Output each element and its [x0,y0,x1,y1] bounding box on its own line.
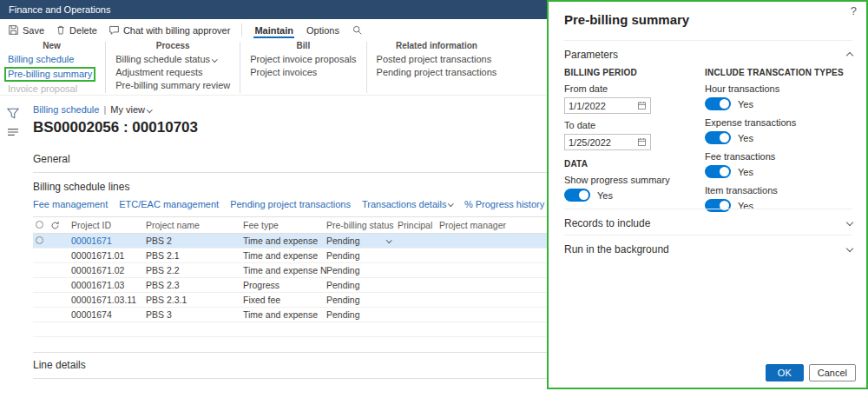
pending-project-transactions-link[interactable]: Pending project transactions [230,199,351,209]
project-id-cell: 00001671.02 [71,265,146,275]
breadcrumb: Billing schedule | My view [33,104,547,115]
show-progress-summary-label: Show progress summary [564,175,701,186]
to-date-label: To date [564,120,701,131]
item-transactions-label: Item transactions [705,185,858,196]
records-to-include-section-toggle[interactable]: Records to include [564,209,852,229]
col-project-name[interactable]: Project name [146,220,243,230]
grid-header: Project ID Project name Fee type Pre-bil… [33,217,547,234]
col-principal[interactable]: Principal [398,220,439,230]
table-row[interactable]: 00001671.02 PBS 2.2 Time and expense NTE… [33,263,547,278]
hour-transactions-toggle[interactable] [705,97,731,110]
view-selector[interactable]: My view [110,104,151,115]
menu-icon[interactable] [7,127,21,141]
fee-transactions-toggle[interactable] [705,165,731,178]
transaction-types-column: INCLUDE TRANSCATION TYPES Hour transacti… [705,68,858,219]
chevron-down-icon [147,107,152,112]
from-date-label: From date [564,83,701,95]
action-posted-project-transactions[interactable]: Posted project transactions [377,54,492,65]
action-pre-billing-summary-review[interactable]: Pre-billing summary review [115,80,230,91]
fee-type-cell: Time and expense [243,235,326,246]
row-select-circle[interactable] [33,235,50,246]
table-row[interactable]: 00001671.03.11 PBS 2.3.1 Fixed fee Pendi… [33,293,547,308]
calendar-icon[interactable] [637,137,647,147]
section-general[interactable]: General [33,147,547,173]
empty-row [33,322,547,337]
col-fee-type[interactable]: Fee type [243,220,326,230]
project-name-cell: PBS 2.2 [146,265,243,275]
section-line-details[interactable]: Line details [33,352,547,379]
fee-type-cell: Time and expense [243,309,326,320]
tab-maintain[interactable]: Maintain [253,23,294,38]
col-project-manager[interactable]: Project manager [439,220,547,230]
action-group-process: Process Billing schedule status Adjustme… [106,41,240,94]
toggle-value: Yes [738,99,753,109]
to-date-value: 1/25/2022 [569,137,611,148]
delete-button[interactable]: Delete [56,24,97,36]
project-id-link[interactable]: 00001671 [71,235,146,246]
pre-billing-status-cell: Pending [326,250,398,261]
pre-billing-status-dropdown[interactable]: Pending [326,235,398,246]
command-bar-divider [241,23,242,36]
main-content: Billing schedule | My view BS00002056 : … [33,104,547,379]
etc-eac-management-link[interactable]: ETC/EAC management [119,199,219,209]
pre-billing-status-cell: Pending [326,265,398,275]
action-project-invoice-proposals[interactable]: Project invoice proposals [250,54,356,65]
chat-with-billing-approver-button[interactable]: Chat with billing approver [108,24,231,36]
action-group-new: New Billing schedule Pre-billing summary… [8,41,105,94]
section-billing-schedule-lines[interactable]: Billing schedule lines [33,175,547,196]
toggle-value: Yes [738,133,753,143]
action-adjustment-requests[interactable]: Adjustment requests [115,67,202,78]
tab-options[interactable]: Options [306,23,340,38]
progress-history-link[interactable]: % Progress history [464,199,544,209]
table-row[interactable]: 00001671.01 PBS 2.1 Time and expense Pen… [33,249,547,263]
show-progress-summary-toggle[interactable] [564,189,590,202]
run-in-background-section-toggle[interactable]: Run in the background [564,235,852,255]
refresh-icon[interactable] [50,221,71,230]
chevron-down-icon [448,201,453,206]
save-button[interactable]: Save [8,24,44,36]
fee-management-link[interactable]: Fee management [33,199,108,209]
help-button[interactable]: ? [851,4,857,17]
filter-icon[interactable] [7,108,21,122]
project-id-cell: 00001671.03 [71,280,146,290]
include-transaction-types-heading: INCLUDE TRANSCATION TYPES [705,68,858,78]
expense-transactions-label: Expense transactions [705,117,858,129]
action-billing-schedule-status[interactable]: Billing schedule status [115,54,216,65]
save-icon [8,24,19,36]
pre-billing-status-cell: Pending [326,295,398,305]
action-billing-schedule[interactable]: Billing schedule [8,54,74,65]
parameters-label: Parameters [564,49,618,61]
toggle-value: Yes [597,190,613,201]
table-row[interactable]: 00001671.03 PBS 2.3 Progress Pending [33,278,547,293]
table-row[interactable]: 00001674 PBS 3 Time and expense Pending [33,308,547,322]
action-project-invoices[interactable]: Project invoices [250,67,317,78]
select-all-circle[interactable] [33,220,50,230]
from-date-field[interactable]: 1/1/2022 [564,97,651,114]
action-pre-billing-summary[interactable]: Pre-billing summary [4,67,95,82]
data-heading: DATA [564,159,701,169]
ok-button[interactable]: OK [766,364,804,381]
breadcrumb-billing-schedule[interactable]: Billing schedule [33,104,99,115]
project-id-cell: 00001671.03.11 [71,295,146,305]
trash-icon [56,24,66,36]
col-project-id[interactable]: Project ID [71,220,146,230]
project-id-cell: 00001674 [71,309,146,320]
expense-transactions-toggle[interactable] [705,131,731,144]
from-date-value: 1/1/2022 [569,101,606,111]
table-row[interactable]: 00001671 PBS 2 Time and expense Pending [33,234,547,249]
chat-icon [108,24,120,36]
run-in-background-label: Run in the background [564,243,669,255]
chevron-down-icon [846,245,853,252]
group-title-process: Process [115,41,230,50]
transactions-details-menu[interactable]: Transactions details [362,199,453,209]
to-date-field[interactable]: 1/25/2022 [564,134,651,150]
calendar-icon[interactable] [637,101,647,110]
cancel-button[interactable]: Cancel [809,364,856,381]
parameters-section-toggle[interactable]: Parameters [564,40,852,61]
search-icon[interactable] [352,24,363,36]
billing-period-heading: BILLING PERIOD [564,68,701,78]
col-pre-billing-status[interactable]: Pre-billing status [326,220,398,230]
action-pending-project-transactions[interactable]: Pending project transactions [377,67,497,78]
billing-period-column: BILLING PERIOD From date 1/1/2022 To dat… [564,68,701,209]
fee-type-cell: Time and expense [243,250,326,261]
